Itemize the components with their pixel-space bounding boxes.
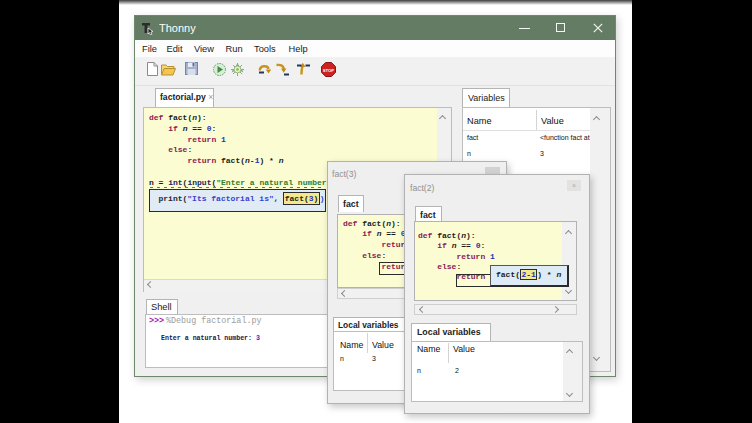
svg-text:STOP: STOP — [323, 68, 335, 73]
